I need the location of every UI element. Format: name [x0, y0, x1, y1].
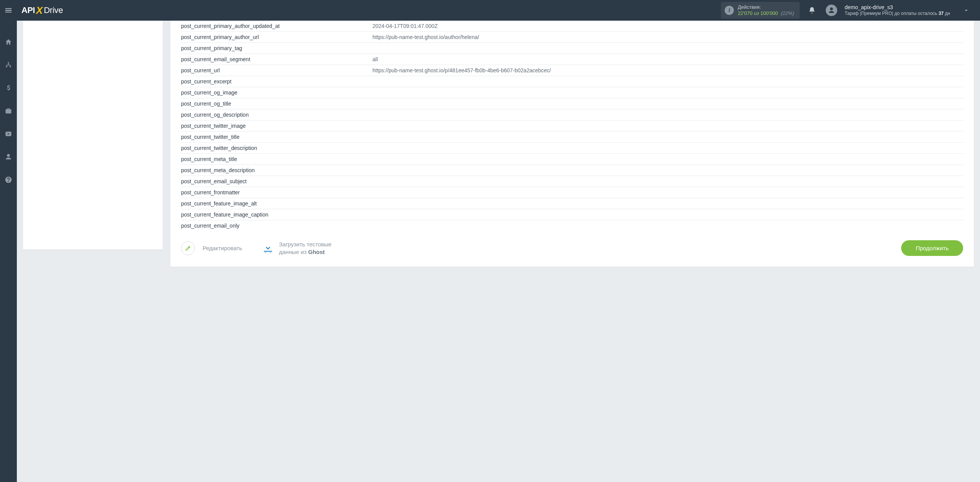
bell-icon	[808, 7, 816, 14]
header: API X Drive i Действия: 22'070 из 100'00…	[0, 0, 980, 21]
field-key: post_current_primary_author_url	[181, 34, 372, 40]
load-test-data-button[interactable]: Загрузить тестовые данные из Ghost	[261, 241, 332, 256]
sitemap-icon	[5, 61, 12, 69]
user-avatar[interactable]	[826, 5, 837, 16]
load-text-line1: Загрузить тестовые	[279, 241, 332, 248]
user-icon	[5, 153, 12, 161]
table-row: post_current_twitter_title	[181, 132, 963, 143]
table-row: post_current_twitter_description	[181, 143, 963, 154]
sidebar-item-help[interactable]	[1, 172, 16, 187]
table-row: post_current_email_segmentall	[181, 54, 963, 65]
field-value: https://pub-name-test.ghost.io/author/he…	[372, 34, 963, 40]
field-key: post_current_og_image	[181, 90, 372, 96]
field-key: post_current_feature_image_alt	[181, 200, 372, 207]
sidebar-item-video[interactable]	[1, 126, 16, 142]
logo[interactable]: API X Drive	[21, 5, 63, 16]
sidebar-item-billing[interactable]	[1, 80, 16, 96]
logo-text-drive: Drive	[44, 5, 63, 15]
logo-text-api: API	[21, 5, 35, 15]
table-row: post_current_frontmatter	[181, 187, 963, 198]
field-key: post_current_og_description	[181, 112, 372, 118]
field-key: post_current_email_subject	[181, 178, 372, 184]
sidebar-item-profile[interactable]	[1, 149, 16, 164]
field-key: post_current_excerpt	[181, 78, 372, 85]
table-row: post_current_og_title	[181, 98, 963, 109]
field-key: post_current_og_title	[181, 101, 372, 107]
home-icon	[5, 38, 12, 46]
field-key: post_current_url	[181, 67, 372, 73]
panel-footer: Редактировать Загрузить тестовые данные …	[181, 233, 963, 256]
youtube-icon	[5, 130, 12, 138]
load-text-line2: данные из Ghost	[279, 248, 332, 256]
dollar-icon	[5, 84, 12, 92]
sidebar-item-briefcase[interactable]	[1, 103, 16, 119]
download-icon	[261, 242, 274, 255]
table-row: post_current_email_only	[181, 220, 963, 231]
help-icon	[5, 176, 12, 184]
right-panel: post_current_primary_author_updated_at20…	[170, 21, 974, 267]
table-row: post_current_primary_tag	[181, 43, 963, 54]
field-key: post_current_meta_description	[181, 167, 372, 173]
field-key: post_current_frontmatter	[181, 189, 372, 195]
field-key: post_current_email_only	[181, 223, 372, 229]
table-row: post_current_primary_author_urlhttps://p…	[181, 32, 963, 43]
user-info[interactable]: demo_apix-drive_s3 Тариф |Премиум PRO| д…	[845, 4, 951, 17]
field-key: post_current_meta_title	[181, 156, 372, 162]
field-key: post_current_primary_tag	[181, 45, 372, 51]
field-key: post_current_twitter_title	[181, 134, 372, 140]
menu-toggle-button[interactable]	[0, 0, 17, 21]
user-name: demo_apix-drive_s3	[845, 4, 951, 11]
user-icon	[828, 7, 835, 14]
table-row: post_current_urlhttps://pub-name-test.gh…	[181, 65, 963, 76]
notifications-button[interactable]	[804, 3, 820, 18]
table-row: post_current_feature_image_alt	[181, 198, 963, 209]
table-row: post_current_og_image	[181, 87, 963, 98]
table-row: post_current_meta_title	[181, 154, 963, 165]
field-key: post_current_twitter_description	[181, 145, 372, 151]
table-row: post_current_og_description	[181, 109, 963, 120]
table-row: post_current_twitter_image	[181, 120, 963, 132]
table-row: post_current_meta_description	[181, 165, 963, 176]
chevron-down-icon	[963, 7, 969, 13]
field-key: post_current_primary_author_updated_at	[181, 23, 372, 29]
left-panel	[23, 21, 163, 249]
field-value: https://pub-name-test.ghost.io/p/481ee45…	[372, 67, 963, 73]
edit-label: Редактировать	[203, 245, 242, 251]
fields-table: post_current_primary_author_updated_at20…	[181, 21, 963, 231]
actions-numbers: 22'070 из 100'000 (22%)	[738, 10, 794, 16]
field-value: all	[372, 56, 963, 62]
actions-counter[interactable]: i Действия: 22'070 из 100'000 (22%)	[721, 2, 799, 19]
briefcase-icon	[5, 107, 12, 115]
field-key: post_current_twitter_image	[181, 123, 372, 129]
field-value: 2024-04-17T09:01:47.000Z	[372, 23, 963, 29]
table-row: post_current_excerpt	[181, 76, 963, 87]
table-row: post_current_email_subject	[181, 176, 963, 187]
table-row: post_current_primary_author_updated_at20…	[181, 21, 963, 32]
field-key: post_current_email_segment	[181, 56, 372, 62]
menu-icon	[4, 6, 13, 15]
table-row: post_current_feature_image_caption	[181, 209, 963, 220]
sidebar-item-home[interactable]	[1, 34, 16, 50]
field-key: post_current_feature_image_caption	[181, 212, 372, 218]
user-tariff: Тариф |Премиум PRO| до оплаты осталось 3…	[845, 11, 951, 16]
actions-label: Действия:	[738, 4, 794, 10]
edit-button[interactable]	[181, 241, 195, 255]
continue-button[interactable]: Продолжить	[901, 240, 963, 256]
sidebar-item-connections[interactable]	[1, 57, 16, 73]
pencil-icon	[185, 245, 191, 251]
sidebar	[0, 21, 17, 482]
logo-text-x: X	[36, 5, 42, 16]
user-menu-caret[interactable]	[959, 3, 974, 18]
info-icon: i	[725, 6, 734, 15]
content-area: post_current_primary_author_updated_at20…	[17, 21, 980, 482]
